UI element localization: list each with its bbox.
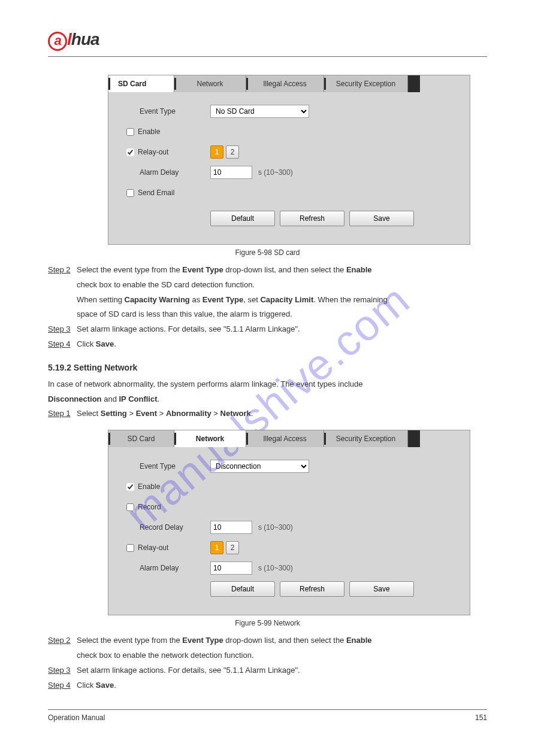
- tab-label: SD Card: [118, 80, 146, 88]
- step-2-text: Select the event type from the Event Typ…: [77, 264, 372, 277]
- tab-security-exception[interactable]: Security Exception: [324, 430, 408, 447]
- tab-bar: SD Card Network Illegal Access Security …: [108, 430, 470, 447]
- alarm-delay-label: Alarm Delay: [126, 168, 210, 177]
- alarm-delay-unit: s (10~300): [258, 168, 293, 177]
- save-button[interactable]: Save: [349, 211, 414, 226]
- enable-checkbox[interactable]: [126, 128, 134, 136]
- net-step-3-tag: Step 3: [48, 664, 77, 677]
- alarm-delay-unit: s (10~300): [258, 564, 293, 572]
- relay-channel-1[interactable]: 1: [210, 541, 223, 554]
- tab-illegal-access[interactable]: Illegal Access: [246, 75, 324, 92]
- step-4-tag: Step 4: [48, 338, 77, 351]
- record-checkbox[interactable]: [126, 503, 134, 511]
- net-step-2-tag: Step 2: [48, 634, 77, 647]
- net-step-2-text: Select the event type from the Event Typ…: [77, 634, 372, 647]
- top-divider: [48, 56, 487, 57]
- relay-out-label: Relay-out: [138, 544, 168, 552]
- tab-label: Security Exception: [336, 80, 395, 88]
- figure-caption-1: Figure 5-98 SD card: [48, 248, 487, 257]
- net-step-1-text: Select Setting > Event > Abnormality > N…: [77, 408, 253, 420]
- relay-channel-2[interactable]: 2: [226, 145, 239, 159]
- event-type-label: Event Type: [126, 107, 210, 116]
- alarm-delay-input[interactable]: [210, 166, 252, 179]
- section-heading-network: 5.19.2 Setting Network: [48, 363, 487, 372]
- step-2-note2: space of SD card is less than this value…: [77, 308, 487, 321]
- record-delay-input[interactable]: [210, 521, 252, 534]
- default-button[interactable]: Default: [210, 581, 275, 597]
- enable-label: Enable: [138, 127, 160, 136]
- record-label: Record: [138, 503, 161, 511]
- save-button[interactable]: Save: [349, 581, 414, 597]
- tab-overflow: [408, 430, 420, 447]
- tab-label: Illegal Access: [263, 80, 307, 88]
- bottom-divider: [48, 709, 487, 710]
- record-delay-unit: s (10~300): [258, 523, 293, 532]
- alarm-delay-label: Alarm Delay: [126, 564, 210, 572]
- figure-caption-2: Figure 5-99 Network: [48, 619, 487, 627]
- step-4-text: Click Save.: [77, 338, 116, 351]
- event-type-select[interactable]: No SD Card: [210, 105, 309, 118]
- tab-sd-card[interactable]: SD Card: [108, 75, 174, 92]
- sd-card-panel: SD Card Network Illegal Access Security …: [108, 75, 470, 245]
- net-step-4-text: Click Save.: [77, 679, 116, 692]
- net-step-1-tag: Step 1: [48, 408, 77, 420]
- tab-bar: SD Card Network Illegal Access Security …: [108, 75, 470, 92]
- step-2-tag: Step 2: [48, 264, 77, 277]
- step-2-cont: check box to enable the SD card detectio…: [77, 279, 487, 292]
- event-type-select[interactable]: Disconnection: [210, 460, 309, 473]
- page-number: 151: [475, 714, 487, 722]
- network-intro-1: In case of network abnormality, the syst…: [48, 378, 487, 391]
- record-delay-label: Record Delay: [126, 523, 210, 532]
- step-3-tag: Step 3: [48, 323, 77, 336]
- alarm-delay-input[interactable]: [210, 561, 252, 575]
- tab-label: Security Exception: [336, 435, 395, 443]
- net-step-4-tag: Step 4: [48, 679, 77, 692]
- enable-checkbox[interactable]: [126, 483, 134, 491]
- relay-channel-2[interactable]: 2: [226, 541, 239, 554]
- default-button[interactable]: Default: [210, 211, 275, 226]
- relay-out-label: Relay-out: [138, 148, 168, 156]
- tab-label: SD Card: [127, 435, 155, 443]
- tab-label: Network: [197, 80, 223, 88]
- tab-network[interactable]: Network: [174, 430, 246, 447]
- relay-out-checkbox[interactable]: [126, 544, 134, 552]
- step-2-note1: When setting Capacity Warning as Event T…: [77, 294, 487, 306]
- relay-channel-1[interactable]: 1: [210, 145, 223, 159]
- step-3-text: Set alarm linkage actions. For details, …: [77, 323, 300, 336]
- tab-sd-card[interactable]: SD Card: [108, 430, 174, 447]
- tab-label: Network: [196, 435, 224, 443]
- refresh-button[interactable]: Refresh: [280, 581, 344, 597]
- tab-illegal-access[interactable]: Illegal Access: [246, 430, 324, 447]
- tab-security-exception[interactable]: Security Exception: [324, 75, 408, 92]
- logo: alhua: [48, 30, 487, 54]
- tab-label: Illegal Access: [263, 435, 307, 443]
- refresh-button[interactable]: Refresh: [280, 211, 344, 226]
- enable-label: Enable: [138, 482, 160, 491]
- network-panel: SD Card Network Illegal Access Security …: [108, 430, 470, 615]
- tab-overflow: [408, 75, 420, 92]
- event-type-label: Event Type: [126, 462, 210, 470]
- send-email-label: Send Email: [138, 189, 174, 197]
- net-step-3-text: Set alarm linkage actions. For details, …: [77, 664, 300, 677]
- footer-left: Operation Manual: [48, 714, 105, 722]
- network-intro-2: Disconnection and IP Conflict.: [48, 393, 487, 406]
- tab-network[interactable]: Network: [174, 75, 246, 92]
- relay-out-checkbox[interactable]: [126, 148, 134, 156]
- net-step-2-cont: check box to enable the network detectio…: [77, 649, 487, 662]
- send-email-checkbox[interactable]: [126, 189, 134, 197]
